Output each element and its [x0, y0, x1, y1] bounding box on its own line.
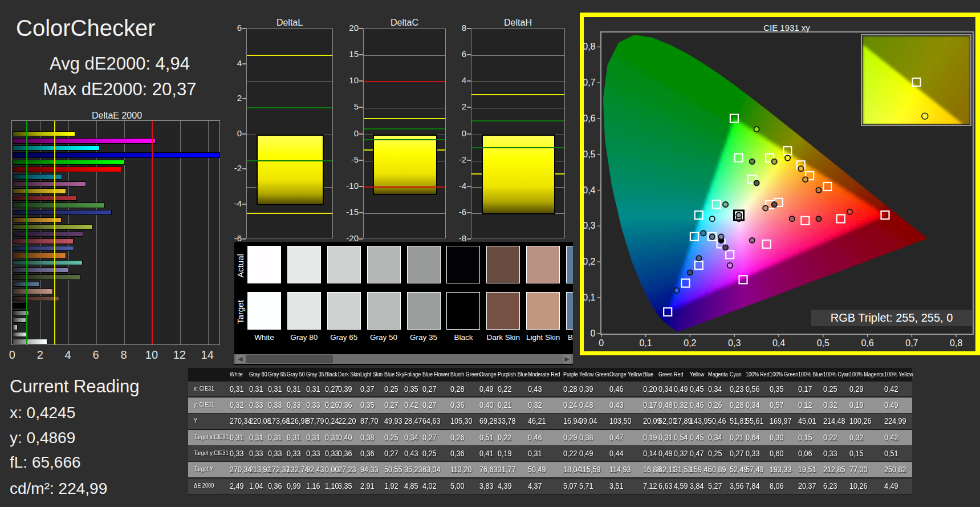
svg-text:0,3: 0,3 [728, 338, 741, 348]
svg-text:0,1: 0,1 [583, 293, 595, 302]
svg-text:0,8: 0,8 [950, 338, 962, 348]
svg-text:0,6: 0,6 [861, 338, 873, 348]
svg-text:0,7: 0,7 [583, 78, 595, 87]
svg-text:0,1: 0,1 [639, 338, 652, 348]
svg-text:0,5: 0,5 [817, 338, 829, 348]
svg-text:0,3: 0,3 [583, 221, 595, 230]
svg-text:0,5: 0,5 [583, 149, 595, 159]
svg-text:0,8: 0,8 [583, 42, 595, 51]
svg-text:CIE 1931 xy: CIE 1931 xy [763, 23, 810, 33]
svg-text:0,4: 0,4 [772, 338, 785, 348]
svg-text:0: 0 [599, 338, 604, 348]
svg-text:0,7: 0,7 [905, 338, 918, 348]
svg-text:0,2: 0,2 [583, 257, 595, 266]
svg-text:0,4: 0,4 [583, 185, 595, 195]
svg-text:0: 0 [591, 328, 596, 338]
svg-text:RGB Triplet: 255, 255, 0: RGB Triplet: 255, 255, 0 [831, 311, 953, 324]
svg-text:0,2: 0,2 [684, 338, 696, 348]
svg-text:0,6: 0,6 [583, 113, 595, 123]
